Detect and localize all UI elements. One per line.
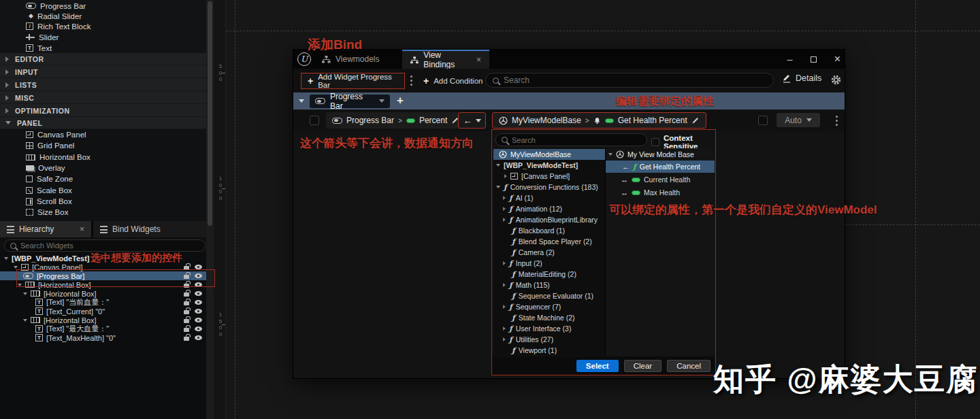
collapse-arrow-icon[interactable] xyxy=(23,292,27,295)
visibility-icon[interactable] xyxy=(195,273,202,278)
palette-item-canvas-panel[interactable]: Canvas Panel xyxy=(0,129,206,140)
expand-arrow-icon[interactable] xyxy=(503,207,506,211)
expand-arrow-icon[interactable] xyxy=(503,337,506,341)
collapse-arrow-icon[interactable] xyxy=(4,257,8,260)
lock-icon[interactable] xyxy=(184,301,189,305)
collapse-arrow-icon[interactable] xyxy=(18,284,22,286)
row-options-icon[interactable] xyxy=(836,120,838,122)
add-condition-button[interactable]: +Add Condition xyxy=(418,73,488,89)
picker-item-blackboard[interactable]: ƒBlackboard (1) xyxy=(493,225,605,236)
lock-icon[interactable] xyxy=(184,292,189,297)
hierarchy-item-horizontal-box[interactable]: [Horizontal Box] xyxy=(0,280,206,289)
binding-option-checkbox[interactable] xyxy=(758,116,768,125)
close-icon[interactable]: × xyxy=(80,224,84,234)
widget-group-row[interactable]: Progress Bar + xyxy=(293,93,845,110)
palette-item-safe-zone[interactable]: Safe Zone xyxy=(0,173,206,184)
collapse-arrow-icon[interactable] xyxy=(496,164,500,167)
clear-button[interactable]: Clear xyxy=(624,360,662,372)
picker-search-box[interactable] xyxy=(495,133,647,146)
expand-arrow-icon[interactable] xyxy=(503,305,506,309)
expand-arrow-icon[interactable] xyxy=(503,218,506,222)
picker-item-math[interactable]: ƒMath (115) xyxy=(493,280,605,290)
palette-item-overlay[interactable]: Overlay xyxy=(0,163,206,173)
visibility-icon[interactable] xyxy=(195,318,202,322)
picker-item-ai[interactable]: ƒAI (1) xyxy=(493,192,605,203)
expand-arrow-icon[interactable] xyxy=(503,261,506,265)
hierarchy-item-text-current[interactable]: T[Text_Current] "0" xyxy=(0,307,206,316)
window-titlebar[interactable]: U Viewmodels View Bindings × – × xyxy=(293,50,845,69)
picker-item-camera[interactable]: ƒCamera (2) xyxy=(493,247,605,258)
binding-target-chain[interactable]: MyViewModelBase > Get Health Percent xyxy=(492,112,706,129)
gear-icon[interactable] xyxy=(831,75,841,85)
palette-scrollbar-thumb[interactable] xyxy=(208,1,212,226)
collapse-arrow-icon[interactable] xyxy=(14,266,18,269)
lock-icon[interactable] xyxy=(184,319,189,323)
palette-item-scroll-box[interactable]: Scroll Box xyxy=(0,196,206,207)
lock-icon[interactable] xyxy=(184,337,189,341)
expand-arrow-icon[interactable] xyxy=(503,196,506,200)
palette-item-progress-bar[interactable]: Progress Bar xyxy=(0,1,206,11)
picker-item-state-machine[interactable]: ƒState Machine (2) xyxy=(493,312,605,323)
collapse-arrow-icon[interactable] xyxy=(23,319,27,322)
picker-item-material-editing[interactable]: ƒMaterialEditing (2) xyxy=(493,269,605,280)
visibility-icon[interactable] xyxy=(195,282,202,287)
category-panel[interactable]: PANEL xyxy=(0,117,206,129)
category-optimization[interactable]: OPTIMIZATION xyxy=(0,105,206,117)
picker-item-blend-space-player[interactable]: ƒBlend Space Player (2) xyxy=(493,236,605,247)
category-misc[interactable]: MISC xyxy=(0,92,206,104)
visibility-icon[interactable] xyxy=(195,326,202,331)
bindings-search-box[interactable] xyxy=(485,73,774,88)
bindings-search-input[interactable] xyxy=(504,76,749,85)
tab-view-bindings[interactable]: View Bindings × xyxy=(402,50,489,69)
picker-item-canvas-panel[interactable]: [Canvas Panel] xyxy=(493,171,605,182)
lock-icon[interactable] xyxy=(184,284,189,288)
group-widget-button[interactable]: Progress Bar xyxy=(310,95,390,108)
add-binding-icon[interactable]: + xyxy=(397,95,404,106)
visibility-icon[interactable] xyxy=(195,335,202,340)
close-icon[interactable]: × xyxy=(476,55,481,65)
picker-property-current-health[interactable]: ↔Current Health xyxy=(606,173,715,186)
palette-item-scale-box[interactable]: Scale Box xyxy=(0,185,206,196)
more-options-icon[interactable] xyxy=(410,80,412,82)
edit-pen-icon[interactable] xyxy=(691,116,700,124)
expand-arrow-icon[interactable] xyxy=(503,283,506,287)
picker-item-wbp-root[interactable]: [WBP_ViewModeTest] xyxy=(493,160,605,171)
picker-item-sequence-evaluator[interactable]: ƒSequence Evaluator (1) xyxy=(493,290,605,301)
picker-item-animation-bp-library[interactable]: ƒAnimationBlueprintLibrary xyxy=(493,214,605,225)
tab-bind-widgets[interactable]: Bind Widgets xyxy=(93,221,206,237)
hierarchy-search-box[interactable] xyxy=(4,239,206,252)
expand-arrow-icon[interactable] xyxy=(504,174,507,178)
hierarchy-item-text[interactable]: T[Text] "最大血量：" xyxy=(0,324,206,333)
collapse-arrow-icon[interactable] xyxy=(299,99,304,103)
picker-property-root[interactable]: My View Model Base xyxy=(606,148,715,161)
palette-item-radial-slider[interactable]: ◆Radial Slider xyxy=(0,11,206,21)
picker-property-get-health-percent[interactable]: ←ƒGet Health Percent xyxy=(606,161,715,173)
picker-item-viewport[interactable]: ƒViewport (1) xyxy=(493,345,605,356)
palette-item-grid-panel[interactable]: Grid Panel xyxy=(0,140,206,151)
hierarchy-item-text[interactable]: T[Text] "当前血量：" xyxy=(0,298,206,307)
lock-icon[interactable] xyxy=(184,266,189,270)
palette-item-slider[interactable]: Slider xyxy=(0,32,206,42)
picker-item-sequencer[interactable]: ƒSequencer (7) xyxy=(493,301,605,312)
picker-item-animation[interactable]: ƒAnimation (12) xyxy=(493,203,605,214)
details-button[interactable]: Details xyxy=(782,73,821,83)
lock-icon[interactable] xyxy=(184,328,189,332)
minimize-button[interactable]: – xyxy=(787,54,793,65)
picker-item-conversion-functions[interactable]: ƒConversion Functions (183) xyxy=(493,182,605,192)
tab-hierarchy[interactable]: Hierarchy× xyxy=(0,221,91,237)
expand-arrow-icon[interactable] xyxy=(503,326,506,331)
lock-icon[interactable] xyxy=(184,310,189,314)
binding-source-chain[interactable]: Progress Bar > Percent xyxy=(326,112,466,129)
picker-search-input[interactable] xyxy=(512,136,627,144)
close-button[interactable]: × xyxy=(834,53,840,65)
lock-icon[interactable] xyxy=(184,275,189,279)
category-lists[interactable]: LISTS xyxy=(0,79,206,91)
hierarchy-item-text-maxhealth[interactable]: T[Text_MaxHealth] "0" xyxy=(0,333,206,342)
maximize-button[interactable] xyxy=(811,56,817,63)
picker-property-max-health[interactable]: ↔Max Health xyxy=(606,186,715,199)
visibility-icon[interactable] xyxy=(195,300,202,305)
collapse-arrow-icon[interactable] xyxy=(496,186,500,188)
category-editor[interactable]: EDITOR xyxy=(0,53,206,65)
collapse-arrow-icon[interactable] xyxy=(608,153,612,156)
visibility-icon[interactable] xyxy=(195,265,202,269)
